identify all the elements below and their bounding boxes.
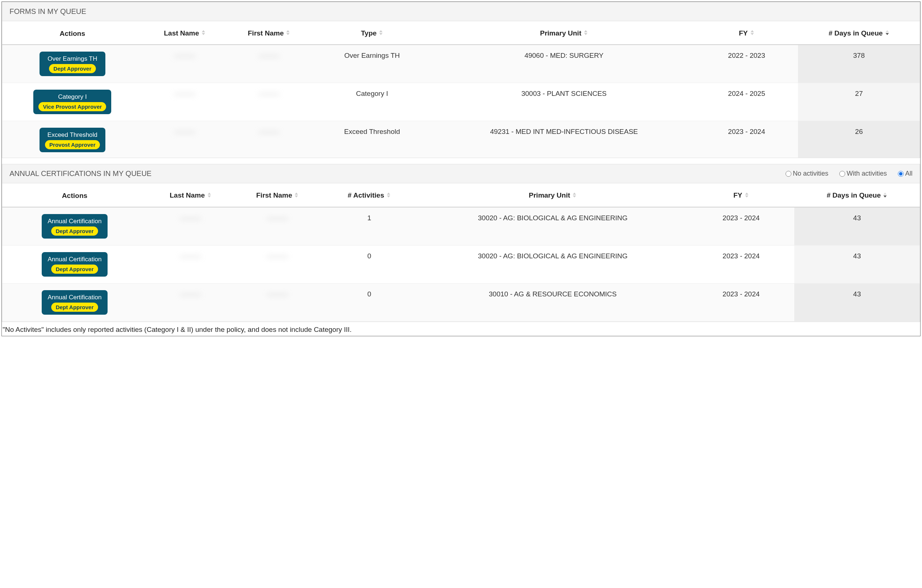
first-name-cell: ——— — [267, 252, 288, 260]
radio-no-activities[interactable] — [786, 171, 791, 177]
action-role-pill: Dept Approver — [51, 227, 98, 236]
svg-marker-3 — [286, 33, 290, 36]
last-name-cell: ——— — [175, 128, 195, 136]
action-title: Exceed Threshold — [47, 131, 98, 139]
last-name-cell: ——— — [180, 290, 201, 298]
certs-scroll-area[interactable]: Annual CertificationDept Approver——————1… — [2, 207, 920, 322]
sort-both-icon — [294, 192, 299, 200]
col-first-name[interactable]: First Name — [227, 21, 311, 45]
sort-both-icon — [207, 192, 211, 200]
col-type[interactable]: Type — [311, 21, 433, 45]
sort-both-icon — [201, 29, 206, 38]
svg-marker-18 — [573, 193, 576, 194]
cert-action-button[interactable]: Annual CertificationDept Approver — [42, 252, 108, 277]
fy-cell: 2022 - 2023 — [695, 45, 798, 83]
activities-cell: 0 — [321, 245, 417, 283]
col-fy[interactable]: FY — [688, 183, 794, 207]
footer-note: "No Activites" includes only reported ac… — [2, 322, 920, 336]
col-activities[interactable]: # Activities — [321, 183, 417, 207]
col-fy[interactable]: FY — [695, 21, 798, 45]
primary-unit-cell: 49060 - MED: SURGERY — [433, 45, 695, 83]
certs-queue-table: Actions Last Name First Name # Activitie… — [2, 183, 920, 207]
table-row: Exceed ThresholdProvost Approver——————Ex… — [2, 121, 920, 158]
fy-cell: 2023 - 2024 — [695, 121, 798, 158]
col-first-name[interactable]: First Name — [234, 183, 321, 207]
primary-unit-cell: 30020 - AG: BIOLOGICAL & AG ENGINEERING — [417, 207, 688, 245]
svg-marker-11 — [885, 33, 889, 36]
svg-marker-22 — [884, 193, 887, 194]
cert-action-button[interactable]: Annual CertificationDept Approver — [42, 214, 108, 238]
svg-marker-4 — [379, 30, 383, 33]
last-name-cell: ——— — [180, 252, 201, 260]
forms-queue-panel: FORMS IN MY QUEUE Actions Last Name Firs… — [2, 2, 920, 158]
svg-marker-1 — [202, 33, 205, 36]
action-title: Annual Certification — [47, 294, 101, 301]
form-action-button[interactable]: Category IVice Provost Approver — [33, 90, 111, 114]
action-role-pill: Vice Provost Approver — [38, 102, 106, 111]
svg-marker-13 — [208, 195, 211, 198]
svg-marker-19 — [573, 195, 576, 198]
col-actions[interactable]: Actions — [2, 183, 147, 207]
fy-cell: 2024 - 2025 — [695, 83, 798, 121]
col-last-name[interactable]: Last Name — [143, 21, 227, 45]
table-row: Annual CertificationDept Approver——————0… — [2, 245, 920, 283]
svg-marker-21 — [745, 195, 748, 198]
col-last-name[interactable]: Last Name — [147, 183, 234, 207]
sort-desc-icon — [885, 29, 889, 38]
forms-scroll-area[interactable]: Over Earnings THDept Approver——————Over … — [2, 45, 920, 158]
first-name-cell: ——— — [259, 128, 280, 136]
svg-marker-17 — [387, 195, 390, 198]
days-cell: 43 — [794, 207, 920, 245]
form-action-button[interactable]: Over Earnings THDept Approver — [39, 52, 105, 76]
action-title: Category I — [58, 93, 87, 101]
last-name-cell: ——— — [175, 52, 195, 59]
type-cell: Exceed Threshold — [311, 121, 433, 158]
svg-marker-15 — [295, 195, 298, 198]
first-name-cell: ——— — [259, 52, 280, 59]
radio-with-activities[interactable] — [839, 171, 845, 177]
primary-unit-cell: 30010 - AG & RESOURCE ECONOMICS — [417, 283, 688, 321]
svg-marker-5 — [379, 33, 383, 36]
filter-all[interactable]: All — [898, 170, 912, 178]
last-name-cell: ——— — [175, 90, 195, 97]
form-action-button[interactable]: Exceed ThresholdProvost Approver — [39, 128, 105, 152]
svg-marker-14 — [295, 193, 298, 194]
days-cell: 26 — [798, 121, 920, 158]
col-primary-unit[interactable]: Primary Unit — [433, 21, 695, 45]
sort-both-icon — [745, 192, 749, 200]
table-header-row: Actions Last Name First Name Type Primar… — [2, 21, 920, 45]
radio-all[interactable] — [898, 171, 904, 177]
action-title: Annual Certification — [47, 218, 101, 225]
type-cell: Over Earnings TH — [311, 45, 433, 83]
svg-marker-23 — [884, 195, 887, 198]
col-primary-unit[interactable]: Primary Unit — [417, 183, 688, 207]
action-role-pill: Dept Approver — [49, 64, 96, 73]
sort-both-icon — [584, 29, 588, 38]
sort-desc-icon — [883, 192, 887, 200]
cert-action-button[interactable]: Annual CertificationDept Approver — [42, 290, 108, 315]
sort-both-icon — [379, 29, 383, 38]
certs-queue-panel: ANNUAL CERTIFICATIONS IN MY QUEUE No act… — [2, 164, 920, 322]
col-actions[interactable]: Actions — [2, 21, 143, 45]
svg-marker-20 — [745, 193, 748, 194]
fy-cell: 2023 - 2024 — [688, 207, 794, 245]
filter-no-activities[interactable]: No activities — [786, 170, 828, 178]
sort-both-icon — [572, 192, 577, 200]
fy-cell: 2023 - 2024 — [688, 245, 794, 283]
col-days-in-queue[interactable]: # Days in Queue — [798, 21, 920, 45]
forms-queue-header: FORMS IN MY QUEUE — [2, 2, 920, 21]
forms-queue-title: FORMS IN MY QUEUE — [10, 7, 87, 16]
sort-both-icon — [286, 29, 290, 38]
svg-marker-8 — [750, 30, 754, 33]
svg-marker-9 — [750, 33, 754, 36]
activities-cell: 0 — [321, 283, 417, 321]
certs-queue-header: ANNUAL CERTIFICATIONS IN MY QUEUE No act… — [2, 164, 920, 183]
table-row: Annual CertificationDept Approver——————0… — [2, 283, 920, 321]
col-days-in-queue[interactable]: # Days in Queue — [794, 183, 920, 207]
days-cell: 27 — [798, 83, 920, 121]
first-name-cell: ——— — [259, 90, 280, 97]
last-name-cell: ——— — [180, 214, 201, 222]
filter-with-activities[interactable]: With activities — [839, 170, 887, 178]
certs-filter-group: No activities With activities All — [786, 170, 912, 178]
action-title: Over Earnings TH — [47, 55, 97, 62]
